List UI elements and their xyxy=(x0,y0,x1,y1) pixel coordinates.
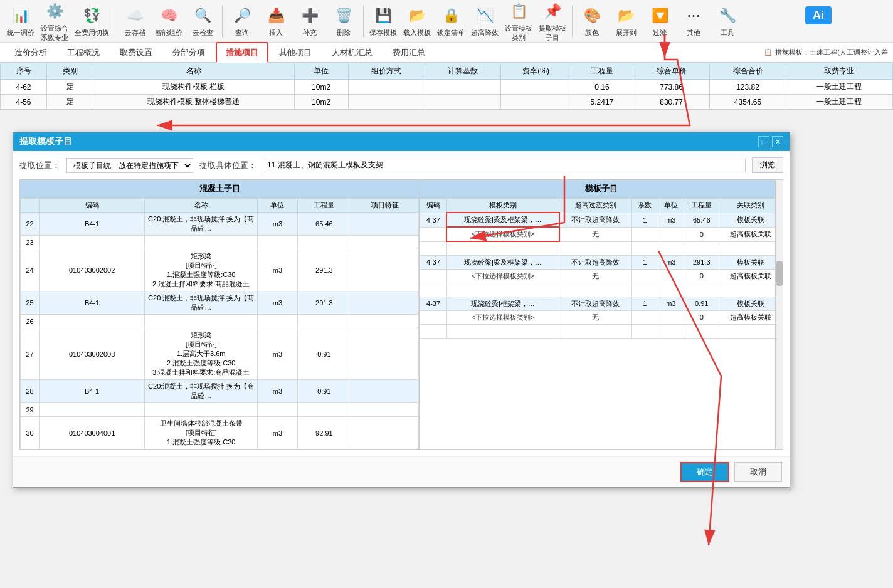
divider-4 xyxy=(572,6,573,37)
cell-rate xyxy=(501,95,571,110)
color-icon: 🎨 xyxy=(581,4,603,27)
toolbar-over-height[interactable]: 📉 超高降效 xyxy=(471,4,499,38)
cell-calc-base xyxy=(425,95,501,110)
toolbar-cloud-save[interactable]: ☁️ 云存档 xyxy=(121,4,149,38)
full-fee-icon: 💱 xyxy=(81,4,103,27)
toolbar-supplement[interactable]: ➕ 补充 xyxy=(296,4,324,38)
expand-icon: 📂 xyxy=(615,4,637,27)
toolbar-set-coef[interactable]: ⚙️ 设置综合系数专业 xyxy=(41,0,68,43)
cell-qty: 5.2417 xyxy=(571,95,633,110)
ai-badge: Ai xyxy=(805,6,832,24)
tab-fee-summary[interactable]: 费用汇总 xyxy=(383,43,435,63)
col-type: 类别 xyxy=(47,63,93,80)
toolbar-expand[interactable]: 📂 展开到 xyxy=(612,4,640,38)
col-total-price: 综合合价 xyxy=(710,63,786,80)
cell-type: 定 xyxy=(47,95,93,110)
lock-list-icon: 🔒 xyxy=(440,4,462,27)
cell-price-method xyxy=(348,80,425,95)
background-table: 序号 类别 名称 单位 组价方式 计算基数 费率(%) 工程量 综合单价 综合合… xyxy=(0,63,893,110)
save-template-icon: 💾 xyxy=(372,4,394,27)
delete-icon: 🗑️ xyxy=(332,4,355,27)
tab-project-overview[interactable]: 工程概况 xyxy=(58,43,109,63)
tab-cost-analysis[interactable]: 造价分析 xyxy=(5,43,56,63)
unified-price-icon: 📊 xyxy=(9,4,32,27)
toolbar-unified-price[interactable]: 📊 统一调价 xyxy=(7,4,34,38)
tab-other-items[interactable]: 其他项目 xyxy=(270,43,321,63)
table-row[interactable]: 4-62 定 现浇构件模板 栏板 10m2 0.16 773.86 123.82… xyxy=(1,80,893,95)
extract-template-icon: 📌 xyxy=(541,0,564,23)
tab-right-info: 📋 措施模板：土建工程(人工调整计入差 xyxy=(764,48,888,57)
toolbar: 📊 统一调价 ⚙️ 设置综合系数专业 💱 全费用切换 ☁️ 云存档 🧠 智能组价… xyxy=(0,0,893,43)
toolbar-full-fee[interactable]: 💱 全费用切换 xyxy=(75,4,109,38)
tools-icon: 🔧 xyxy=(716,4,739,27)
filter-icon: 🔽 xyxy=(648,4,671,27)
tab-measures[interactable]: 措施项目 xyxy=(216,42,268,63)
toolbar-save-template[interactable]: 💾 保存模板 xyxy=(369,4,397,38)
cell-name: 现浇构件模板 整体楼梯普通 xyxy=(93,95,295,110)
col-name: 名称 xyxy=(93,63,295,80)
cell-seq: 4-56 xyxy=(1,95,47,110)
set-coef-icon: ⚙️ xyxy=(43,0,66,23)
col-calc-base: 计算基数 xyxy=(425,63,501,80)
cell-qty: 0.16 xyxy=(571,80,633,95)
cell-unit-price: 773.86 xyxy=(633,80,710,95)
toolbar-color[interactable]: 🎨 颜色 xyxy=(578,4,606,38)
tabs-bar: 造价分析 工程概况 取费设置 分部分项 措施项目 其他项目 人材机汇总 费用汇总… xyxy=(0,43,893,63)
col-qty: 工程量 xyxy=(571,63,633,80)
col-fee-type: 取费专业 xyxy=(786,63,892,80)
toolbar-cloud-check[interactable]: 🔍 云检查 xyxy=(189,4,216,38)
supplement-icon: ➕ xyxy=(299,4,321,27)
cell-seq: 4-62 xyxy=(1,80,47,95)
table-row[interactable]: 4-56 定 现浇构件模板 整体楼梯普通 10m2 5.2417 830.77 … xyxy=(1,95,893,110)
col-price-method: 组价方式 xyxy=(348,63,425,80)
toolbar-extract-template[interactable]: 📌 提取模板子目 xyxy=(539,0,566,43)
col-seq: 序号 xyxy=(1,63,47,80)
tab-parts[interactable]: 分部分项 xyxy=(163,43,214,63)
other-icon: ⋯ xyxy=(682,4,705,27)
cell-total-price: 123.82 xyxy=(710,80,786,95)
divider-2 xyxy=(222,6,223,37)
cell-unit: 10m2 xyxy=(294,95,348,110)
toolbar-delete[interactable]: 🗑️ 删除 xyxy=(330,4,357,38)
toolbar-tools[interactable]: 🔧 工具 xyxy=(714,4,741,38)
cell-name: 现浇构件模板 栏板 xyxy=(93,80,295,95)
toolbar-filter[interactable]: 🔽 过滤 xyxy=(646,4,674,38)
cell-price-method xyxy=(348,95,425,110)
cell-unit-price: 830.77 xyxy=(633,95,710,110)
set-template-type-icon: 📋 xyxy=(507,0,530,23)
tab-fee-settings[interactable]: 取费设置 xyxy=(110,43,162,63)
toolbar-other[interactable]: ⋯ 其他 xyxy=(680,4,707,38)
toolbar-load-template[interactable]: 📂 载入模板 xyxy=(403,4,431,38)
cloud-save-icon: ☁️ xyxy=(124,4,146,27)
col-unit-price: 综合单价 xyxy=(633,63,710,80)
toolbar-query[interactable]: 🔎 查询 xyxy=(228,4,256,38)
divider-1 xyxy=(115,6,115,37)
cloud-check-icon: 🔍 xyxy=(191,4,214,27)
cell-calc-base xyxy=(425,80,501,95)
load-template-icon: 📂 xyxy=(406,4,428,27)
toolbar-lock-list[interactable]: 🔒 锁定清单 xyxy=(437,4,465,38)
toolbar-insert[interactable]: 📥 插入 xyxy=(262,4,290,38)
insert-icon: 📥 xyxy=(265,4,287,27)
col-rate: 费率(%) xyxy=(501,63,571,80)
over-height-icon: 📉 xyxy=(473,4,496,27)
cell-fee-type: 一般土建工程 xyxy=(786,95,892,110)
col-unit: 单位 xyxy=(294,63,348,80)
divider-3 xyxy=(363,6,364,37)
cell-total-price: 4354.65 xyxy=(710,95,786,110)
cell-rate xyxy=(501,80,571,95)
cell-unit: 10m2 xyxy=(294,80,348,95)
cell-fee-type: 一般土建工程 xyxy=(786,80,892,95)
smart-price-icon: 🧠 xyxy=(157,4,180,27)
toolbar-set-template-type[interactable]: 📋 设置模板类别 xyxy=(505,0,532,43)
query-icon: 🔎 xyxy=(231,4,253,27)
toolbar-smart-price[interactable]: 🧠 智能组价 xyxy=(155,4,182,38)
tab-labor-material[interactable]: 人材机汇总 xyxy=(322,43,382,63)
cell-type: 定 xyxy=(47,80,93,95)
